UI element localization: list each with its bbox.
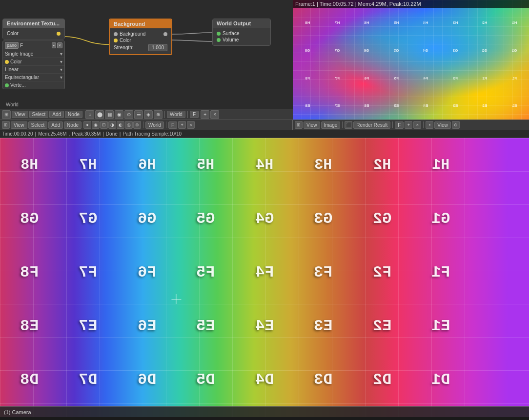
prop-color-label: Color [10, 59, 59, 64]
bg-color-socket-in[interactable] [114, 39, 118, 42]
status-done: Done [106, 131, 118, 137]
node-editor-top-toolbar: ⊞ View Select Add Node ● ◉ ⊟ ◑ ◐ ◎ ⊕ Wor… [0, 120, 293, 130]
node-type-icon1[interactable]: ○ [85, 110, 94, 119]
prop-icons-row: ▪ × [52, 42, 62, 48]
prop-icon2[interactable]: × [57, 42, 62, 48]
ned-render[interactable]: ◉ [92, 121, 100, 129]
f-label[interactable]: F [190, 111, 199, 118]
ned-matcap[interactable]: ● [83, 121, 91, 129]
render-result-label[interactable]: Render Result [353, 121, 390, 129]
render-thumb-icon[interactable]: ▪ [426, 121, 433, 129]
ned-select[interactable]: Select [28, 121, 48, 129]
bg-color-row: Color [114, 38, 167, 43]
render-extra-icon[interactable]: ⊙ [452, 121, 460, 129]
ned-grid[interactable]: ⊟ [100, 121, 108, 129]
render-close-icon[interactable]: × [413, 121, 421, 129]
ned-add[interactable]: Add [48, 121, 63, 129]
node-type-icon8[interactable]: ⊕ [154, 110, 163, 119]
node-type-icon4[interactable]: ◉ [115, 110, 123, 119]
ned-extra1[interactable]: ⊕ [133, 121, 141, 129]
pano-icon[interactable]: pano [5, 42, 19, 49]
ned-f-btn[interactable]: F [168, 121, 177, 129]
render-sep2 [392, 121, 393, 128]
close-icon[interactable]: × [210, 110, 219, 119]
strength-field[interactable]: 1.000 [148, 44, 167, 51]
prop-verte-dot [5, 83, 9, 87]
bg-color-label: Color [120, 38, 167, 43]
grid-label-f4: F4 [235, 245, 294, 299]
status-sep4: | [120, 131, 121, 137]
grid-label-d4: D4 [235, 353, 294, 406]
wo-surface-socket[interactable] [217, 32, 221, 36]
ned-world-btn[interactable]: World [145, 121, 164, 129]
world-output-header: World Output [213, 19, 270, 28]
grid-empty3 [470, 245, 529, 299]
world-output-body: Surface Volume [213, 28, 270, 45]
ned-close-btn[interactable]: × [187, 121, 195, 129]
grid-label-h3: H3 [294, 138, 352, 192]
render-add-icon[interactable]: + [405, 121, 412, 129]
prop-single-image-row[interactable]: Single Image ▾ [3, 50, 64, 58]
ned-world[interactable]: ◑ [108, 121, 116, 129]
ned-add-btn[interactable]: + [178, 121, 186, 129]
world-output-node[interactable]: World Output Surface Volume [212, 19, 271, 46]
grid-empty2 [470, 192, 529, 245]
bg-background-socket-out[interactable] [163, 32, 167, 36]
render-image-btn[interactable]: Image [321, 121, 341, 129]
render-canvas: H8 H7 H6 H5 H4 H3 H2 H1 G8 G7 G6 G5 G4 G… [293, 0, 529, 120]
env-color-label: Color [7, 31, 55, 36]
node-type-icon5[interactable]: ⊙ [124, 110, 133, 119]
node-menu[interactable]: Node [65, 111, 82, 118]
viewport-bottom-status: (1) Camera [0, 406, 529, 417]
render-view-btn[interactable]: View [304, 121, 320, 129]
node-editor: Environment Textu... Color pano F ▪ × Si… [0, 0, 293, 120]
background-title: Background [114, 21, 145, 27]
bg-background-socket-in[interactable] [114, 32, 118, 36]
status-sep1: | [35, 131, 37, 137]
background-node[interactable]: Background Background Color Strength: 1.… [109, 19, 172, 55]
render-view2-btn[interactable]: View [434, 121, 451, 129]
prop-linear-row[interactable]: Linear ▾ [3, 66, 64, 74]
add-icon[interactable]: + [201, 110, 209, 119]
ned-node[interactable]: Node [64, 121, 81, 129]
node-type-icon3[interactable]: ▦ [105, 110, 114, 119]
ned-view[interactable]: View [11, 121, 27, 129]
render-f-btn[interactable]: F [395, 121, 404, 129]
env-texture-header: Environment Textu... [3, 19, 64, 28]
camera-label: (1) Camera [4, 409, 31, 415]
env-color-row: Color [7, 31, 61, 36]
prop-icon1[interactable]: ▪ [52, 42, 56, 48]
env-texture-props: pano F ▪ × Single Image ▾ Color ▾ Linear… [2, 40, 65, 89]
view-menu[interactable]: View [12, 111, 28, 118]
prop-color-arrow: ▾ [60, 59, 62, 64]
prop-single-image-arrow: ▾ [60, 51, 62, 57]
wo-volume-socket[interactable] [217, 38, 221, 42]
node-type-icon6[interactable]: ☰ [134, 110, 143, 119]
grid-label-h6: H6 [118, 138, 176, 192]
render-icon[interactable]: ⊞ [295, 121, 303, 129]
env-color-socket[interactable] [57, 32, 61, 36]
ned-material[interactable]: ◐ [117, 121, 124, 129]
grid-label-h1: H1 [411, 138, 470, 192]
render-scope[interactable]: ⬛ [345, 121, 352, 129]
world-label: World [6, 102, 19, 107]
prop-color-row[interactable]: Color ▾ [3, 58, 64, 66]
main-viewport[interactable]: H8 H7 H6 H5 H4 H3 H2 H1 G8 G7 G6 G5 G4 G… [0, 138, 529, 417]
env-texture-node[interactable]: Environment Textu... Color [2, 19, 65, 40]
add-menu[interactable]: Add [49, 111, 64, 118]
grid-label-g6: G6 [118, 192, 176, 245]
prop-linear-arrow: ▾ [60, 67, 62, 72]
select-menu[interactable]: Select [29, 111, 49, 118]
render-preview-info: Frame:1 | Time:00:05.72 | Mem:4.29M, Pea… [295, 1, 421, 7]
sep2 [187, 111, 188, 118]
node-type-icon2[interactable]: ⬤ [95, 110, 104, 119]
grid-empty [470, 138, 529, 192]
ned-icon[interactable]: ⊞ [2, 121, 10, 129]
bg-strength-row: Strength: 1.000 [114, 44, 167, 51]
toolbar-icon1[interactable]: ⊞ [2, 110, 11, 119]
prop-equirect-row[interactable]: Equirectangular ▾ [3, 74, 64, 81]
world-dropdown[interactable]: World [167, 111, 185, 118]
grid-empty4 [470, 299, 529, 353]
node-type-icon7[interactable]: ◈ [144, 110, 153, 119]
ned-particles[interactable]: ◎ [125, 121, 133, 129]
